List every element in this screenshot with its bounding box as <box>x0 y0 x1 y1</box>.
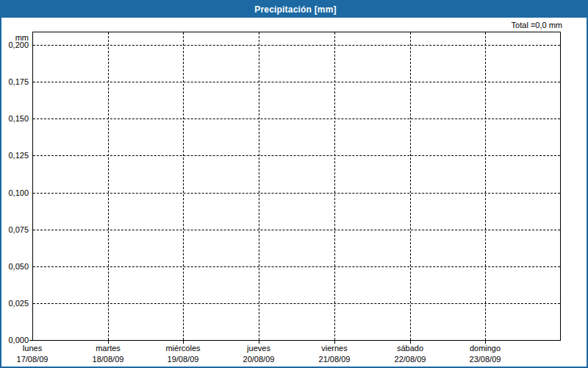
h-gridline <box>33 193 560 194</box>
x-axis-day-label: martes <box>70 344 146 353</box>
x-axis-date-label: 21/08/09 <box>296 355 373 364</box>
v-gridline <box>183 32 184 340</box>
y-tick-label: 0,200 <box>1 40 29 50</box>
h-gridline <box>33 266 560 267</box>
y-tick-label: 0,125 <box>1 151 29 160</box>
h-gridline <box>33 230 560 230</box>
h-gridline <box>33 45 560 46</box>
v-gridline <box>410 32 411 340</box>
x-axis-day-label: lunes <box>0 344 71 353</box>
x-axis-day-label: viernes <box>296 344 373 353</box>
y-tick-label: 0,025 <box>1 299 29 308</box>
y-tick-label: 0,075 <box>1 225 29 235</box>
v-gridline <box>259 32 259 340</box>
plot-area <box>32 32 561 341</box>
h-gridline <box>33 303 560 304</box>
v-gridline <box>485 32 486 340</box>
x-axis-day-label: domingo <box>447 344 523 353</box>
x-axis-day-label: sábado <box>372 344 448 353</box>
h-gridline <box>33 82 560 82</box>
y-tick-label: 0,175 <box>1 77 29 87</box>
y-axis-zero-tick <box>29 340 32 341</box>
x-axis-date-label: 19/08/09 <box>145 355 221 364</box>
total-precipitation-label: Total =0,0 mm <box>1 20 562 30</box>
x-axis-date-label: 23/08/09 <box>447 355 523 364</box>
v-gridline <box>334 32 335 340</box>
x-axis-date-label: 22/08/09 <box>372 355 448 364</box>
chart-title-bar: Precipitación [mm] <box>1 1 588 18</box>
x-axis-date-label: 17/08/09 <box>0 355 71 364</box>
h-gridline <box>33 155 560 156</box>
x-axis-date-label: 18/08/09 <box>70 355 146 364</box>
y-tick-label: 0,050 <box>1 262 29 272</box>
y-tick-label: 0,100 <box>1 188 29 198</box>
y-tick-label: 0,150 <box>1 114 29 124</box>
x-axis-day-label: miércoles <box>145 344 221 353</box>
v-gridline <box>108 32 109 340</box>
chart-frame: Precipitación [mm] Total =0,0 mm mm 0,20… <box>0 0 588 368</box>
x-axis-day-label: jueves <box>220 344 297 353</box>
h-gridline <box>33 118 560 119</box>
x-axis-date-label: 20/08/09 <box>220 355 297 364</box>
chart-title: Precipitación [mm] <box>254 4 337 15</box>
